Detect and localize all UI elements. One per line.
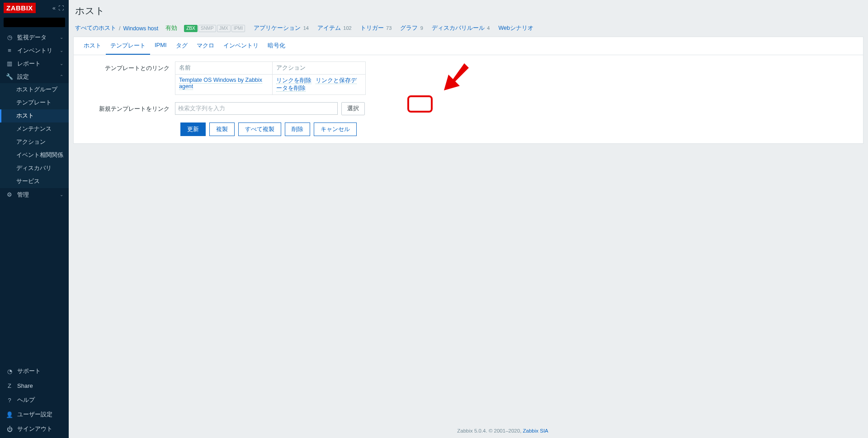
link-count: 4	[487, 25, 490, 31]
nav-sub-templates[interactable]: テンプレート	[0, 96, 69, 109]
nav-label: ユーザー設定	[17, 410, 52, 419]
host-subnav: すべてのホスト / Windows host 有効 ZBX SNMP JMX I…	[69, 21, 868, 37]
nav-sub-label: イベント相関関係	[16, 151, 63, 159]
nav-sub-maintenance[interactable]: メンテナンス	[0, 122, 69, 136]
label-link-new-template: 新規テンプレートをリンク	[80, 102, 175, 113]
sidebar-bottom: ◔サポート ZShare ?ヘルプ 👤ユーザー設定 ⏻サインアウト	[0, 364, 69, 438]
search-box[interactable]: 🔍	[4, 18, 65, 27]
main-nav: ◷ 監視データ ⌄ ≡ インベントリ ⌄ ▥ レポート ⌄ 🔧 設定 ⌃ ホスト…	[0, 31, 69, 364]
search-input[interactable]	[6, 19, 74, 26]
link-web-scenarios[interactable]: Webシナリオ	[498, 24, 533, 32]
label-linked-templates: テンプレートとのリンク	[80, 61, 175, 72]
tab-inventory[interactable]: インベントリ	[219, 37, 263, 55]
link-label: トリガー	[360, 25, 384, 31]
nav-signout[interactable]: ⏻サインアウト	[0, 422, 69, 436]
help-icon: ?	[5, 397, 14, 404]
form-area: テンプレートとのリンク 名前 アクション Template OS Windows…	[74, 55, 863, 143]
nav-support[interactable]: ◔サポート	[0, 364, 69, 378]
monitor-icon: ◷	[5, 34, 14, 41]
breadcrumb-separator: /	[119, 25, 120, 32]
nav-share[interactable]: ZShare	[0, 378, 69, 393]
share-icon: Z	[5, 382, 14, 389]
nav-reports[interactable]: ▥ レポート ⌄	[0, 57, 69, 70]
link-count: 9	[420, 25, 423, 31]
nav-sub-actions[interactable]: アクション	[0, 136, 69, 149]
tab-tags[interactable]: タグ	[171, 37, 192, 55]
nav-sub-hosts[interactable]: ホスト	[0, 109, 69, 122]
clone-button[interactable]: 複製	[209, 122, 235, 136]
popout-icon[interactable]: ⛶	[57, 4, 65, 12]
nav-sub-label: ディスカバリ	[16, 165, 52, 172]
logo[interactable]: ZABBIX	[4, 3, 36, 13]
tab-ipmi[interactable]: IPMI	[150, 37, 171, 55]
col-header-name: 名前	[175, 62, 273, 75]
badge-zbx: ZBX	[184, 25, 197, 32]
link-count: 102	[343, 25, 351, 31]
support-icon: ◔	[5, 368, 14, 375]
nav-label: サインアウト	[17, 425, 52, 433]
breadcrumb-host[interactable]: Windows host	[123, 25, 158, 32]
linked-template-row: Template OS Windows by Zabbix agent リンクを…	[175, 75, 365, 94]
link-count: 14	[303, 25, 309, 31]
main-content: ホスト すべてのホスト / Windows host 有効 ZBX SNMP J…	[69, 0, 868, 438]
user-icon: 👤	[5, 411, 14, 418]
select-button[interactable]: 選択	[341, 102, 365, 115]
link-discovery-rules[interactable]: ディスカバリルール 4	[432, 24, 490, 32]
nav-configuration[interactable]: 🔧 設定 ⌃	[0, 70, 69, 83]
action-buttons: 更新 複製 すべて複製 削除 キャンセル	[180, 122, 857, 136]
link-label: アプリケーション	[254, 25, 301, 31]
nav-label: 設定	[17, 73, 29, 81]
nav-user-settings[interactable]: 👤ユーザー設定	[0, 407, 69, 422]
template-multiselect[interactable]	[175, 102, 338, 115]
unlink-link[interactable]: リンクを削除	[276, 77, 311, 84]
nav-sub-label: サービス	[16, 178, 40, 185]
nav-sub-label: ホスト	[16, 112, 34, 120]
footer-link[interactable]: Zabbix SIA	[523, 428, 548, 433]
nav-sub-services[interactable]: サービス	[0, 175, 69, 188]
delete-button[interactable]: 削除	[285, 122, 310, 136]
nav-label: 監視データ	[17, 33, 47, 42]
page-title: ホスト	[69, 0, 868, 21]
report-icon: ▥	[5, 60, 14, 67]
tab-encryption[interactable]: 暗号化	[263, 37, 290, 55]
col-header-action: アクション	[273, 62, 365, 75]
full-clone-button[interactable]: すべて複製	[238, 122, 281, 136]
nav-sub-discovery[interactable]: ディスカバリ	[0, 162, 69, 175]
nav-sub-label: アクション	[16, 138, 46, 146]
link-graphs[interactable]: グラフ 9	[400, 24, 423, 32]
badge-jmx: JMX	[217, 25, 231, 32]
link-items[interactable]: アイテム 102	[317, 24, 352, 32]
template-search-input[interactable]	[177, 104, 335, 113]
nav-sub-hostgroups[interactable]: ホストグループ	[0, 83, 69, 96]
nav-sub-event-correlation[interactable]: イベント相関関係	[0, 149, 69, 162]
link-applications[interactable]: アプリケーション 14	[254, 24, 309, 32]
nav-label: サポート	[17, 367, 41, 375]
nav-label: インベントリ	[17, 47, 52, 55]
interface-badges: ZBX SNMP JMX IPMI	[184, 25, 245, 32]
nav-administration[interactable]: ⚙ 管理 ⌄	[0, 188, 69, 201]
nav-sub-label: テンプレート	[16, 99, 52, 107]
list-icon: ≡	[5, 47, 14, 54]
nav-label: レポート	[17, 60, 41, 68]
nav-sub-label: メンテナンス	[16, 125, 52, 133]
breadcrumb-all-hosts[interactable]: すべてのホスト	[75, 24, 116, 32]
sidebar: ZABBIX « ⛶ 🔍 ◷ 監視データ ⌄ ≡ インベントリ ⌄	[0, 0, 69, 438]
nav-help[interactable]: ?ヘルプ	[0, 393, 69, 407]
tab-templates[interactable]: テンプレート	[106, 37, 150, 55]
tab-host[interactable]: ホスト	[79, 37, 106, 55]
linked-templates-table: 名前 アクション Template OS Windows by Zabbix a…	[175, 61, 366, 95]
status-badge: 有効	[165, 24, 177, 32]
chevron-up-icon: ⌃	[60, 74, 63, 79]
linked-template-name[interactable]: Template OS Windows by Zabbix agent	[179, 77, 262, 90]
nav-label: Share	[17, 382, 33, 389]
tab-macros[interactable]: マクロ	[192, 37, 219, 55]
nav-monitoring[interactable]: ◷ 監視データ ⌄	[0, 31, 69, 44]
link-triggers[interactable]: トリガー 73	[360, 24, 392, 32]
update-button[interactable]: 更新	[180, 122, 206, 136]
cancel-button[interactable]: キャンセル	[314, 122, 357, 136]
badge-snmp: SNMP	[198, 25, 216, 32]
badge-ipmi: IPMI	[231, 25, 245, 32]
link-label: グラフ	[400, 25, 418, 31]
nav-inventory[interactable]: ≡ インベントリ ⌄	[0, 44, 69, 57]
collapse-icon[interactable]: «	[52, 4, 57, 12]
